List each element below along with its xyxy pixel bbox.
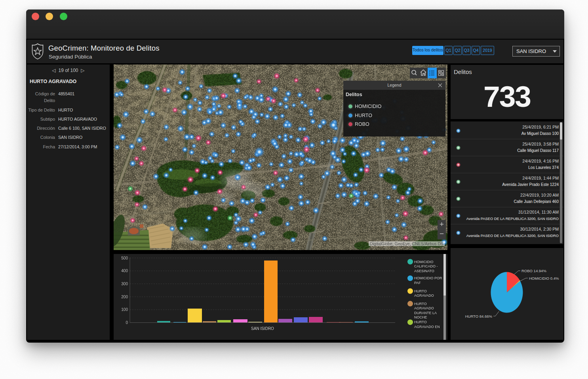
svg-text:ROBO 14.94%: ROBO 14.94%: [521, 269, 546, 273]
svg-text:DURANTE LA: DURANTE LA: [414, 311, 437, 315]
svg-text:200: 200: [121, 295, 128, 299]
svg-text:300: 300: [121, 282, 128, 286]
svg-text:AGRAVADO: AGRAVADO: [414, 306, 434, 310]
svg-text:HURTO 84.66%: HURTO 84.66%: [465, 314, 493, 318]
svg-text:AGRAVADO EN: AGRAVADO EN: [414, 325, 440, 329]
svg-text:500: 500: [121, 256, 128, 260]
svg-text:NOCHE: NOCHE: [414, 315, 427, 319]
svg-text:HURTO: HURTO: [414, 320, 427, 324]
svg-text:HOMICIDIO POR: HOMICIDIO POR: [414, 276, 442, 280]
svg-text:SAN ISIDRO: SAN ISIDRO: [251, 326, 274, 331]
svg-text:PAF: PAF: [414, 281, 421, 285]
svg-text:400: 400: [121, 269, 128, 273]
svg-text:CALIFICADO -: CALIFICADO -: [414, 264, 438, 268]
svg-text:AGRAVADO: AGRAVADO: [414, 294, 434, 298]
svg-text:HOMICIDIO 0.4%: HOMICIDIO 0.4%: [529, 276, 559, 280]
svg-text:HURTO: HURTO: [414, 302, 427, 306]
svg-text:100: 100: [121, 307, 128, 312]
svg-text:0: 0: [126, 320, 128, 325]
svg-text:HOMICIDIO: HOMICIDIO: [414, 260, 434, 264]
svg-text:HURTO: HURTO: [414, 289, 427, 293]
svg-text:ASESINATO: ASESINATO: [414, 269, 434, 273]
